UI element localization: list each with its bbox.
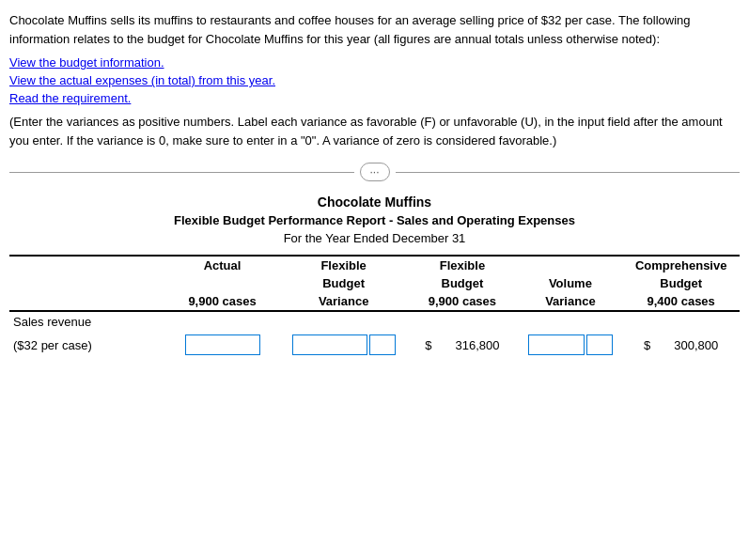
divider-button[interactable]: ···	[360, 163, 390, 181]
flex-budget-dollar: $	[425, 338, 431, 352]
header-volume-top	[518, 256, 622, 274]
flex-variance-input-cell	[281, 332, 407, 358]
table-row-sales-label: Sales revenue	[9, 311, 740, 332]
note-text: (Enter the variances as positive numbers…	[9, 113, 740, 149]
view-actual-link[interactable]: View the actual expenses (in total) from…	[9, 73, 740, 87]
header-comp-bot: 9,400 cases	[622, 292, 740, 311]
header-label-empty2	[9, 274, 164, 292]
header-comp-top: Comprehensive	[622, 256, 740, 274]
table-row-sales-data: ($32 per case) $	[9, 332, 740, 358]
volume-variance-amount-input[interactable]	[528, 334, 585, 355]
header-comp-mid: Budget	[622, 274, 740, 292]
header-actual-bot: 9,900 cases	[164, 292, 281, 311]
comp-budget-dollar: $	[644, 338, 650, 352]
header-flex-budget-top: Flexible	[406, 256, 518, 274]
header-volume-bot: Variance	[518, 292, 622, 311]
divider-section: ···	[9, 163, 740, 181]
read-requirement-link[interactable]: Read the requirement.	[9, 91, 740, 105]
header-flex-var-bot: Variance	[281, 292, 407, 311]
flex-variance-amount-input[interactable]	[292, 334, 367, 355]
comp-budget-value-cell: $ 300,800	[622, 332, 740, 358]
report-date: For the Year Ended December 31	[9, 231, 740, 245]
flex-budget-value-cell: $ 316,800	[406, 332, 518, 358]
volume-variance-label-input[interactable]	[586, 334, 613, 355]
header-label-empty3	[9, 292, 164, 311]
sales-revenue-label: Sales revenue	[9, 311, 164, 332]
flex-budget-value: 316,800	[434, 338, 500, 352]
header-flex-var-top: Flexible	[281, 256, 407, 274]
header-flex-budget-mid: Budget	[406, 274, 518, 292]
sales-sublabel: ($32 per case)	[9, 332, 164, 358]
actual-amount-input[interactable]	[185, 334, 260, 355]
header-actual-top: Actual	[164, 256, 281, 274]
report-table: Actual Flexible Flexible Comprehensive B…	[9, 255, 740, 358]
report-subtitle: Flexible Budget Performance Report - Sal…	[9, 213, 740, 227]
header-flex-var-mid: Budget	[281, 274, 407, 292]
report-container: Chocolate Muffins Flexible Budget Perfor…	[9, 194, 740, 358]
view-budget-link[interactable]: View the budget information.	[9, 55, 740, 70]
header-actual-mid	[164, 274, 281, 292]
header-volume-mid: Volume	[518, 274, 622, 292]
comp-budget-value: 300,800	[652, 338, 718, 352]
header-flex-budget-bot: 9,900 cases	[406, 292, 518, 311]
flex-variance-label-input[interactable]	[369, 334, 396, 355]
divider-line-right	[396, 172, 741, 173]
report-title: Chocolate Muffins	[9, 194, 740, 210]
actual-input-cell	[164, 332, 281, 358]
header-label-empty	[9, 256, 164, 274]
intro-paragraph: Chocolate Muffins sells its muffins to r…	[9, 11, 740, 48]
divider-line-left	[9, 172, 354, 173]
volume-variance-input-cell	[518, 332, 622, 358]
